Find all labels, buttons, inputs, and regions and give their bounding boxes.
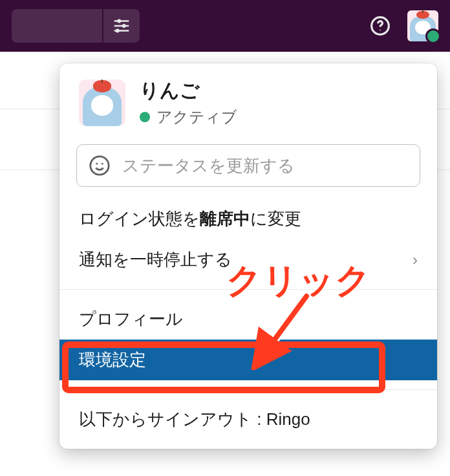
filter-button[interactable] xyxy=(103,9,140,43)
label: プロフィール xyxy=(79,308,183,330)
menu-divider xyxy=(59,389,437,390)
svg-point-3 xyxy=(122,24,126,28)
user-menu-popover: りんご アクティブ ステータスを更新する ログイン状態を 離席中 に変更 通知を… xyxy=(59,63,437,449)
user-header: りんご アクティブ xyxy=(59,63,437,135)
user-avatar-large xyxy=(79,80,125,126)
presence-dot xyxy=(140,112,150,122)
top-bar xyxy=(0,0,450,52)
svg-point-1 xyxy=(117,19,121,23)
presence-label: アクティブ xyxy=(156,107,237,127)
menu-item-preferences[interactable]: 環境設定 xyxy=(59,340,437,380)
menu-item-set-away[interactable]: ログイン状態を 離席中 に変更 xyxy=(59,199,437,239)
help-button[interactable] xyxy=(367,13,393,39)
svg-point-10 xyxy=(102,163,103,165)
label: 通知を一時停止する xyxy=(79,248,232,271)
user-name: りんご xyxy=(140,78,237,104)
avatar-image xyxy=(79,80,125,126)
label-bold: 離席中 xyxy=(200,208,250,230)
label: 以下からサインアウト : Ringo xyxy=(79,408,310,431)
svg-point-9 xyxy=(96,163,98,165)
svg-point-7 xyxy=(380,30,381,31)
menu-item-signout[interactable]: 以下からサインアウト : Ringo xyxy=(59,399,437,440)
presence-indicator xyxy=(425,28,441,44)
help-icon xyxy=(370,16,391,36)
sliders-icon xyxy=(112,16,131,36)
menu-list: ログイン状態を 離席中 に変更 通知を一時停止する › プロフィール 環境設定 … xyxy=(59,193,437,440)
chevron-right-icon: › xyxy=(412,251,418,269)
menu-item-profile[interactable]: プロフィール xyxy=(59,299,437,340)
menu-divider xyxy=(59,289,437,290)
svg-point-8 xyxy=(91,157,109,175)
label: 環境設定 xyxy=(79,349,146,371)
label-part: ログイン状態を xyxy=(79,208,200,230)
status-update-input[interactable]: ステータスを更新する xyxy=(76,144,420,187)
menu-item-pause-notifications[interactable]: 通知を一時停止する › xyxy=(59,239,437,280)
search-area xyxy=(12,9,140,43)
svg-point-5 xyxy=(116,29,120,33)
label-part: に変更 xyxy=(250,208,301,230)
search-input[interactable] xyxy=(12,9,102,43)
smile-icon xyxy=(89,155,111,177)
status-placeholder: ステータスを更新する xyxy=(122,155,295,177)
user-avatar-button[interactable] xyxy=(407,10,438,41)
